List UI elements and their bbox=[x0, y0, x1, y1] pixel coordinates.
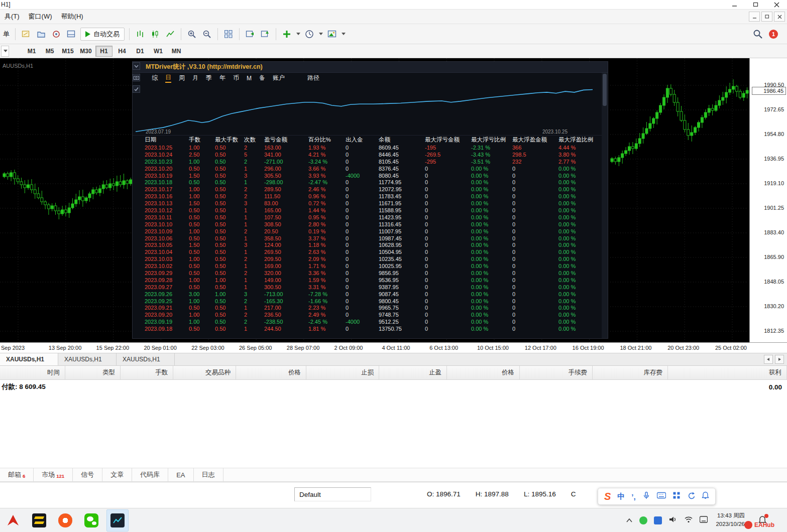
notification-badge[interactable]: 1 bbox=[769, 30, 778, 39]
menu-item-1[interactable]: 窗口(W) bbox=[24, 10, 57, 24]
column-header-4[interactable]: 价格 bbox=[236, 366, 306, 379]
time-axis[interactable]: Sep 202313 Sep 20:0015 Sep 22:0020 Sep 0… bbox=[0, 342, 787, 353]
table-row[interactable]: 2023.10.200.500.501296.003.66 %08376.450… bbox=[145, 165, 608, 172]
chart-shift-icon[interactable] bbox=[259, 28, 271, 40]
table-row[interactable]: 2023.09.263.001.003-713.00-7.28 %09087.4… bbox=[145, 291, 608, 298]
table-row[interactable]: 2023.10.040.500.501269.502.63 %010504.95… bbox=[145, 248, 608, 255]
browser-app-icon[interactable] bbox=[54, 509, 76, 531]
tab-scroll-right-icon[interactable] bbox=[775, 355, 784, 364]
templates-image-icon[interactable] bbox=[326, 28, 338, 40]
panel-tab-日[interactable]: 日 bbox=[165, 73, 171, 83]
terminal-tab-5[interactable]: EA bbox=[168, 468, 193, 481]
auto-scroll-icon[interactable] bbox=[244, 28, 256, 40]
timeframe-M15[interactable]: M15 bbox=[59, 46, 76, 57]
column-header-2[interactable]: 手数 bbox=[121, 366, 173, 379]
timeframe-W1[interactable]: W1 bbox=[150, 46, 167, 57]
candlestick-chart-icon[interactable] bbox=[149, 28, 161, 40]
sync-icon[interactable] bbox=[687, 491, 695, 501]
maximize-button[interactable] bbox=[745, 0, 766, 9]
panel-title[interactable]: MTDriver统计 ,V3.10 (http://mtdriver.cn) bbox=[133, 62, 608, 73]
periods-dropdown-icon[interactable] bbox=[319, 33, 323, 35]
panel-tab-备[interactable]: 备 bbox=[259, 74, 265, 82]
table-row[interactable]: 2023.09.191.000.502-238.50-2.45 %-400095… bbox=[145, 318, 608, 325]
periods-clock-icon[interactable] bbox=[303, 28, 315, 40]
table-row[interactable]: 2023.10.051.500.503124.001.18 %010628.95… bbox=[145, 241, 608, 248]
market-watch-icon[interactable] bbox=[50, 28, 62, 40]
table-row[interactable]: 2023.10.020.500.501169.001.71 %010025.95… bbox=[145, 262, 608, 270]
exness-app-icon[interactable] bbox=[28, 509, 50, 531]
table-row[interactable]: 2023.09.251.000.502-165.30-1.66 %09800.4… bbox=[145, 298, 608, 305]
terminal-tab-3[interactable]: 文章 bbox=[102, 468, 132, 481]
column-header-1[interactable]: 类型 bbox=[65, 366, 121, 379]
timeframe-MN[interactable]: MN bbox=[168, 46, 185, 57]
timeframe-H1[interactable]: H1 bbox=[95, 46, 113, 57]
volume-icon[interactable] bbox=[668, 515, 678, 525]
indicators-dropdown-icon[interactable] bbox=[296, 33, 300, 35]
input-indicator-icon[interactable] bbox=[700, 516, 708, 525]
new-chart-icon[interactable] bbox=[20, 28, 32, 40]
new-order-button[interactable]: 单 bbox=[2, 30, 11, 39]
bell-icon[interactable] bbox=[702, 491, 709, 501]
red-logo-app-icon[interactable] bbox=[2, 509, 24, 531]
zoom-in-icon[interactable] bbox=[186, 28, 198, 40]
panel-tab-账户[interactable]: 账户 bbox=[273, 74, 285, 82]
panel-tab-季[interactable]: 季 bbox=[206, 74, 212, 82]
table-row[interactable]: 2023.09.281.001.001149.001.59 %09536.950… bbox=[145, 277, 608, 284]
table-row[interactable]: 2023.10.171.000.502289.502.46 %012072.95… bbox=[145, 186, 608, 193]
panel-tab-路径[interactable]: 路径 bbox=[307, 74, 319, 82]
timeframe-M5[interactable]: M5 bbox=[41, 46, 58, 57]
wechat-app-icon[interactable] bbox=[80, 509, 102, 531]
panel-tab-年[interactable]: 年 bbox=[219, 74, 226, 82]
column-header-7[interactable]: 价格 bbox=[447, 366, 520, 379]
terminal-window-icon[interactable] bbox=[65, 28, 77, 40]
table-row[interactable]: 2023.10.100.500.501308.502.80 %011316.45… bbox=[145, 221, 608, 228]
column-header-8[interactable]: 手续费 bbox=[520, 366, 593, 379]
check-icon[interactable] bbox=[133, 85, 140, 93]
zoom-out-icon[interactable] bbox=[201, 28, 213, 40]
trading-app-icon[interactable] bbox=[106, 509, 129, 531]
table-row[interactable]: 2023.10.120.500.501165.001.44 %011588.95… bbox=[145, 207, 608, 214]
table-row[interactable]: 2023.10.131.500.50383.000.72 %011671.950… bbox=[145, 200, 608, 207]
panel-tab-综[interactable]: 综 bbox=[152, 74, 158, 82]
toolbox-icon[interactable] bbox=[672, 491, 681, 501]
blue-app-tray-icon[interactable] bbox=[654, 516, 662, 524]
hidden-icons-chevron-icon[interactable] bbox=[626, 516, 633, 525]
scrollbar-thumb[interactable] bbox=[603, 74, 607, 106]
table-row[interactable]: 2023.10.242.500.505341.004.21 %08446.45-… bbox=[145, 151, 608, 158]
column-header-10[interactable]: 获利 bbox=[668, 366, 787, 379]
chinese-mode-icon[interactable]: 中 bbox=[617, 492, 625, 501]
column-header-0[interactable]: 时间 bbox=[0, 366, 65, 379]
table-row[interactable]: 2023.10.191.500.503305.503.93 %-40008080… bbox=[145, 172, 608, 179]
column-header-6[interactable]: 止盈 bbox=[379, 366, 447, 379]
table-row[interactable]: 2023.09.180.500.501244.501.81 %013750.75… bbox=[145, 325, 608, 332]
terminal-tab-2[interactable]: 信号 bbox=[73, 468, 102, 481]
column-header-9[interactable]: 库存费 bbox=[593, 366, 668, 379]
timeframe-H4[interactable]: H4 bbox=[114, 46, 131, 57]
chart-tab-0[interactable]: XAUUSDs,H1 bbox=[0, 353, 58, 365]
terminal-tab-6[interactable]: 日志 bbox=[194, 468, 223, 481]
camera-icon[interactable] bbox=[133, 74, 140, 81]
minimize-button[interactable] bbox=[724, 0, 745, 9]
mdi-close-button[interactable] bbox=[774, 12, 785, 22]
terminal-tab-4[interactable]: 代码库 bbox=[132, 468, 168, 481]
punctuation-icon[interactable]: ’, bbox=[631, 492, 635, 501]
mdi-minimize-button[interactable] bbox=[749, 12, 760, 22]
table-row[interactable]: 2023.09.201.000.502236.502.49 %09748.750… bbox=[145, 311, 608, 318]
table-row[interactable]: 2023.10.031.000.502209.502.09 %010235.45… bbox=[145, 255, 608, 262]
auto-trading-button[interactable]: 自动交易 bbox=[80, 28, 125, 41]
table-row[interactable]: 2023.10.110.500.501107.500.95 %011423.95… bbox=[145, 214, 608, 221]
panel-tab-M[interactable]: M bbox=[247, 75, 252, 82]
timeframe-D1[interactable]: D1 bbox=[132, 46, 149, 57]
table-row[interactable]: 2023.10.161.000.502111.500.96 %011783.45… bbox=[145, 193, 608, 200]
indicators-add-icon[interactable] bbox=[281, 28, 293, 40]
price-scale[interactable]: 1986.45 1990.501972.651954.801936.951919… bbox=[749, 58, 787, 342]
menu-item-0[interactable]: 具(T) bbox=[0, 10, 24, 24]
table-row[interactable]: 2023.10.091.000.50220.500.19 %011007.950… bbox=[145, 228, 608, 235]
close-button[interactable] bbox=[766, 0, 787, 9]
table-row[interactable]: 2023.10.180.500.501-298.00-2.47 %011774.… bbox=[145, 179, 608, 186]
terminal-tab-1[interactable]: 市场121 bbox=[34, 468, 73, 481]
timeframe-M30[interactable]: M30 bbox=[77, 46, 94, 57]
mdi-restore-button[interactable] bbox=[761, 12, 772, 22]
chart-tab-1[interactable]: XAUUSDs,H1 bbox=[58, 353, 117, 365]
keyboard-icon[interactable] bbox=[657, 492, 666, 501]
